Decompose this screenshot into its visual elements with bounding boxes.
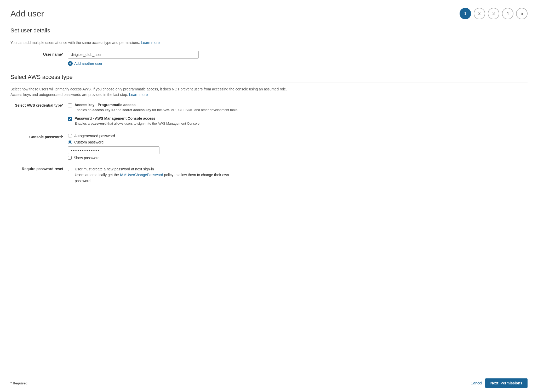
- username-field-wrapper: + Add another user: [68, 51, 199, 66]
- console-access-option: Password - AWS Management Console access…: [68, 116, 528, 126]
- footer: * Required Cancel Next: Permissions: [0, 374, 538, 392]
- stepper: 1 2 3 4 5: [460, 8, 528, 19]
- step-3[interactable]: 3: [488, 8, 499, 19]
- username-row: User name* + Add another user: [10, 51, 528, 66]
- step-5[interactable]: 5: [516, 8, 528, 19]
- password-reset-wrapper: User must create a new password at next …: [68, 166, 245, 184]
- footer-buttons: Cancel Next: Permissions: [471, 378, 528, 388]
- password-input[interactable]: [68, 146, 159, 154]
- access-type-section: Select AWS access type Select how these …: [10, 74, 528, 184]
- password-input-wrapper: [68, 146, 528, 154]
- custom-password-option: Custom password: [68, 140, 528, 144]
- add-icon: +: [68, 61, 73, 66]
- password-radio-group: Autogenerated password Custom password S…: [68, 134, 528, 160]
- password-reset-text: User must create a new password at next …: [75, 166, 245, 184]
- user-details-learn-more[interactable]: Learn more: [141, 41, 160, 45]
- required-note: * Required: [10, 381, 27, 385]
- user-details-title: Set user details: [10, 27, 528, 34]
- username-label: User name*: [10, 51, 68, 56]
- step-4[interactable]: 4: [502, 8, 513, 19]
- password-reset-label: Require password reset: [10, 166, 68, 171]
- access-type-description: Select how these users will primarily ac…: [10, 87, 298, 97]
- console-access-checkbox[interactable]: [68, 117, 72, 121]
- cancel-button[interactable]: Cancel: [471, 381, 482, 385]
- step-1[interactable]: 1: [460, 8, 471, 19]
- access-type-divider: [10, 83, 528, 83]
- credential-type-label: Select AWS credential type*: [10, 103, 68, 107]
- step-2[interactable]: 2: [474, 8, 485, 19]
- custom-password-label[interactable]: Custom password: [74, 140, 104, 144]
- programmatic-access-option: Access key - Programmatic access Enables…: [68, 103, 528, 113]
- access-type-learn-more[interactable]: Learn more: [129, 93, 148, 97]
- console-password-row: Console password* Autogenerated password…: [10, 134, 528, 160]
- autogenerated-label[interactable]: Autogenerated password: [74, 134, 115, 138]
- custom-password-radio[interactable]: [68, 140, 72, 144]
- page-header: Add user 1 2 3 4 5: [10, 8, 528, 19]
- add-another-user-button[interactable]: + Add another user: [68, 61, 199, 66]
- programmatic-access-desc: Enables an access key ID and secret acce…: [75, 107, 238, 113]
- require-reset-checkbox[interactable]: [68, 167, 72, 171]
- user-details-section: Set user details You can add multiple us…: [10, 27, 528, 66]
- show-password-checkbox[interactable]: [68, 156, 72, 160]
- programmatic-access-checkbox[interactable]: [68, 103, 72, 107]
- console-access-title: Password - AWS Management Console access: [75, 116, 201, 120]
- console-access-desc: Enables a password that allows users to …: [75, 121, 201, 126]
- user-details-description: You can add multiple users at once with …: [10, 40, 528, 45]
- credential-options: Access key - Programmatic access Enables…: [68, 103, 528, 130]
- console-password-label: Console password*: [10, 134, 68, 139]
- show-password-label[interactable]: Show password: [74, 156, 100, 160]
- username-input[interactable]: [68, 51, 199, 59]
- page-title: Add user: [10, 9, 44, 19]
- autogenerated-radio[interactable]: [68, 134, 72, 138]
- credential-type-row: Select AWS credential type* Access key -…: [10, 103, 528, 130]
- autogenerated-option: Autogenerated password: [68, 134, 528, 138]
- password-reset-row: Require password reset User must create …: [10, 166, 528, 184]
- show-password-row: Show password: [68, 156, 528, 160]
- iam-policy-link[interactable]: IAMUserChangePassword: [120, 173, 163, 177]
- user-details-divider: [10, 36, 528, 36]
- next-permissions-button[interactable]: Next: Permissions: [485, 378, 528, 388]
- access-type-title: Select AWS access type: [10, 74, 528, 80]
- programmatic-access-title: Access key - Programmatic access: [75, 103, 238, 107]
